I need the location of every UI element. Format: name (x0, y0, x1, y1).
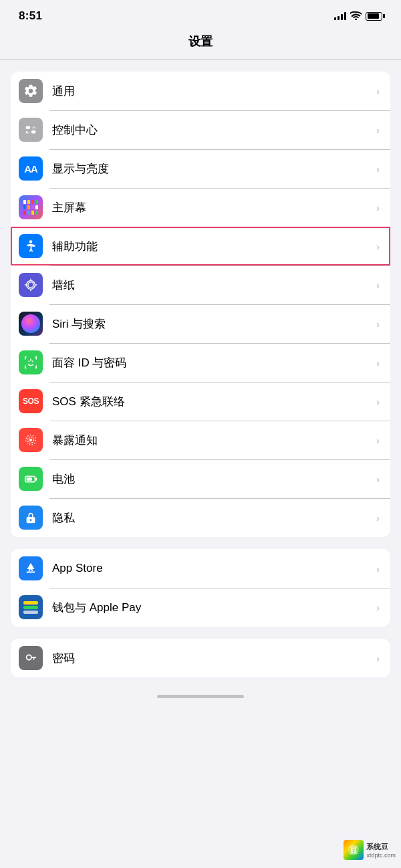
status-icons (334, 11, 382, 21)
wallpaper-icon (19, 273, 43, 297)
control-label: 控制中心 (52, 122, 372, 138)
password-label: 密码 (52, 651, 372, 666)
sos-icon: SOS (19, 389, 43, 413)
key-icon (19, 646, 43, 670)
settings-item-display[interactable]: AA 显示与亮度 › (11, 149, 390, 188)
svg-point-14 (32, 360, 33, 362)
settings-item-privacy[interactable]: 隐私 › (11, 498, 390, 537)
home-indicator (0, 689, 401, 701)
appstore-icon (19, 556, 43, 580)
battery-label: 电池 (52, 471, 372, 487)
watermark-site-name: 系统豆 (366, 842, 396, 852)
chevron-icon: › (376, 241, 380, 252)
svg-point-21 (30, 519, 32, 521)
settings-item-password[interactable]: 密码 › (11, 639, 390, 677)
siri-label: Siri 与搜索 (52, 316, 372, 332)
chevron-icon: › (376, 163, 380, 175)
svg-point-4 (27, 131, 29, 133)
chevron-icon: › (376, 280, 380, 291)
privacy-label: 隐私 (52, 510, 372, 526)
settings-group-2: App Store › 钱包与 Apple Pay › (11, 549, 390, 627)
display-icon: AA (19, 156, 43, 181)
toggle-icon (19, 118, 43, 142)
svg-point-7 (28, 282, 33, 288)
chevron-icon: › (376, 512, 380, 524)
settings-item-appstore[interactable]: App Store › (11, 549, 390, 588)
svg-point-6 (29, 240, 33, 243)
svg-point-13 (28, 360, 29, 362)
settings-item-exposure[interactable]: 暴露通知 › (11, 421, 390, 459)
svg-point-23 (27, 655, 31, 659)
exposure-label: 暴露通知 (52, 433, 372, 448)
wallpaper-label: 墙纸 (52, 278, 372, 293)
battery-icon (366, 12, 382, 21)
chevron-icon: › (376, 357, 380, 368)
svg-text:豆: 豆 (350, 846, 358, 855)
svg-rect-1 (31, 130, 35, 134)
settings-item-tongyong[interactable]: 通用 › (11, 72, 390, 110)
chevron-icon: › (376, 396, 380, 407)
watermark-url: xtdptc.com (366, 852, 396, 859)
chevron-icon: › (376, 653, 380, 664)
wallet-icon (19, 595, 43, 619)
page-title: 设置 (0, 28, 401, 59)
tongyong-label: 通用 (52, 84, 372, 99)
settings-item-wallet[interactable]: 钱包与 Apple Pay › (11, 588, 390, 627)
settings-item-control[interactable]: 控制中心 › (11, 110, 390, 149)
accessibility-label: 辅助功能 (52, 239, 372, 254)
chevron-icon: › (376, 435, 380, 446)
homescreen-label: 主屏幕 (52, 200, 372, 215)
faceid-icon (19, 350, 43, 374)
homescreen-icon (19, 195, 43, 219)
faceid-label: 面容 ID 与密码 (52, 355, 372, 370)
status-time: 8:51 (19, 9, 42, 23)
appstore-label: App Store (52, 562, 372, 575)
settings-item-homescreen[interactable]: 主屏幕 › (11, 188, 390, 227)
settings-group-1: 通用 › 控制中心 › AA 显示与亮度 › (11, 72, 390, 537)
settings-item-battery[interactable]: 电池 › (11, 459, 390, 498)
settings-item-sos[interactable]: SOS SOS 紧急联络 › (11, 382, 390, 421)
wallet-label: 钱包与 Apple Pay (52, 600, 372, 615)
status-bar: 8:51 (0, 0, 401, 28)
settings-item-wallpaper[interactable]: 墙纸 › (11, 265, 390, 304)
accessibility-icon (19, 234, 43, 258)
privacy-icon (19, 506, 43, 530)
signal-icon (334, 12, 346, 20)
chevron-icon: › (376, 86, 380, 97)
chevron-icon: › (376, 563, 380, 574)
top-divider (0, 59, 401, 60)
watermark-logo: 豆 (344, 840, 364, 860)
battery-setting-icon (19, 467, 43, 491)
chevron-icon: › (376, 202, 380, 213)
settings-group-3: 密码 › (11, 639, 390, 677)
svg-rect-19 (27, 477, 32, 481)
svg-rect-0 (26, 126, 30, 130)
siri-icon (19, 312, 43, 336)
svg-point-15 (29, 439, 33, 442)
chevron-icon: › (376, 602, 380, 613)
chevron-icon: › (376, 318, 380, 330)
gear-icon (19, 79, 43, 103)
settings-item-faceid[interactable]: 面容 ID 与密码 › (11, 343, 390, 382)
watermark: 豆 系统豆 xtdptc.com (344, 840, 396, 860)
settings-item-siri[interactable]: Siri 与搜索 › (11, 304, 390, 343)
settings-item-accessibility[interactable]: 辅助功能 › (11, 227, 390, 265)
wifi-icon (350, 11, 362, 21)
svg-rect-22 (27, 572, 35, 573)
chevron-icon: › (376, 124, 380, 136)
exposure-icon (19, 428, 43, 452)
svg-point-5 (33, 127, 35, 129)
display-label: 显示与亮度 (52, 161, 372, 177)
sos-label: SOS 紧急联络 (52, 394, 372, 409)
chevron-icon: › (376, 473, 380, 485)
